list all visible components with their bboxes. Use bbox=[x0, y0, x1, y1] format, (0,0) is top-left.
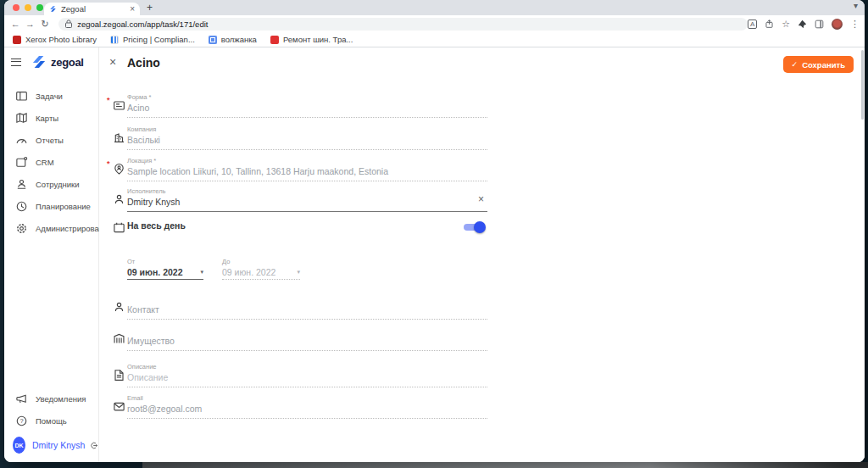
sidebar-item-planning[interactable]: Планирование bbox=[4, 195, 98, 217]
address-bar[interactable]: zegoal.zegoal.com/app/task/171/edit bbox=[58, 18, 748, 31]
window-zoom-button[interactable] bbox=[36, 4, 43, 11]
bookmark-favicon bbox=[270, 36, 279, 44]
email-envelope-icon bbox=[113, 400, 125, 413]
desktop-background: Zegoal × + ▾ ← → ↻ zegoal.zegoal.com/app… bbox=[0, 0, 868, 468]
field-label: От bbox=[127, 258, 203, 267]
date-from-value: 09 июн. 2022 bbox=[127, 267, 183, 277]
svg-text:?: ? bbox=[19, 417, 23, 425]
scrollbar-thumb[interactable] bbox=[861, 50, 864, 120]
sidebar-spacer bbox=[4, 239, 98, 387]
browser-menu-icon[interactable]: ⋮ bbox=[850, 20, 860, 29]
field-value: Dmitry Knysh bbox=[127, 197, 487, 208]
field-label: До bbox=[222, 258, 300, 267]
window-minimize-button[interactable] bbox=[25, 4, 31, 11]
save-button[interactable]: ✓ Сохранить bbox=[783, 56, 854, 73]
tab-close-icon[interactable]: × bbox=[130, 5, 135, 14]
side-panel-icon[interactable] bbox=[815, 20, 824, 29]
check-icon: ✓ bbox=[792, 60, 798, 69]
field-label: Компания bbox=[127, 125, 487, 135]
date-from-select[interactable]: От 09 июн. 2022 ▾ bbox=[127, 258, 203, 280]
field-form[interactable]: * Форма * Acino bbox=[113, 93, 487, 118]
caret-down-icon: ▾ bbox=[200, 269, 203, 276]
field-placeholder: Имущество bbox=[127, 336, 487, 347]
date-to-select[interactable]: До 09 июн. 2022 ▾ bbox=[222, 258, 300, 280]
employees-icon bbox=[15, 178, 28, 191]
bookmark-favicon bbox=[110, 36, 119, 44]
field-description[interactable]: Описание Описание bbox=[113, 363, 487, 387]
user-profile[interactable]: DK Dmitry Knysh bbox=[4, 432, 98, 459]
planning-icon bbox=[15, 200, 28, 213]
extension-pin-icon[interactable] bbox=[798, 20, 807, 29]
date-to-value: 09 июн. 2022 bbox=[222, 267, 275, 277]
field-label: Форма * bbox=[127, 93, 487, 103]
user-name: Dmitry Knysh bbox=[32, 440, 85, 450]
bookmark-item[interactable]: Ремонт шин. Тра... bbox=[270, 35, 353, 44]
field-dates: От 09 июн. 2022 ▾ До 09 июн. 2022 ▾ bbox=[113, 258, 487, 283]
save-button-label: Сохранить bbox=[802, 60, 845, 70]
field-label: Email bbox=[127, 394, 487, 404]
new-tab-button[interactable]: + bbox=[147, 2, 153, 14]
translate-icon[interactable]: A bbox=[748, 20, 757, 29]
notifications-megaphone-icon bbox=[15, 393, 28, 405]
sidebar-item-notifications[interactable]: Уведомления bbox=[4, 387, 98, 410]
field-contact[interactable]: Контакт bbox=[113, 304, 487, 320]
bookmarks-bar: Xerox Photo Library Pricing | Complian..… bbox=[4, 32, 865, 47]
zegoal-logo-icon bbox=[31, 55, 47, 69]
back-button[interactable]: ← bbox=[9, 19, 21, 29]
field-label: Описание bbox=[127, 363, 487, 372]
field-company[interactable]: Компания Васількі bbox=[113, 125, 487, 150]
tab-search-chevron-icon[interactable]: ▾ bbox=[854, 1, 858, 10]
sidebar-nav: Задачи Карты Отчеты bbox=[4, 85, 98, 239]
page-title: Acino bbox=[127, 56, 160, 70]
tasks-icon bbox=[15, 90, 28, 103]
field-location[interactable]: * Локация * Sample location Liikuri, 10,… bbox=[113, 157, 487, 181]
field-all-day: На весь день bbox=[113, 220, 487, 236]
browser-profile-avatar[interactable] bbox=[832, 19, 843, 30]
form-icon bbox=[113, 99, 125, 112]
location-pin-icon bbox=[113, 163, 125, 176]
zegoal-logo-text: zegoal bbox=[51, 56, 84, 69]
sidebar-item-reports[interactable]: Отчеты bbox=[4, 129, 98, 151]
zegoal-favicon bbox=[49, 5, 57, 13]
sidebar-item-employees[interactable]: Сотрудники bbox=[4, 173, 98, 195]
tab-title: Zegoal bbox=[61, 4, 130, 14]
sidebar-item-maps[interactable]: Карты bbox=[4, 107, 98, 129]
field-placeholder: Описание bbox=[127, 372, 487, 383]
desktop-dock-strip bbox=[142, 462, 868, 468]
tab-strip: Zegoal × + ▾ bbox=[4, 0, 865, 15]
field-email[interactable]: Email root8@zegoal.com bbox=[113, 394, 487, 419]
close-form-button[interactable]: × bbox=[109, 55, 116, 69]
required-asterisk: * bbox=[107, 96, 110, 104]
required-asterisk: * bbox=[107, 159, 110, 168]
browser-tab[interactable]: Zegoal × bbox=[44, 3, 140, 15]
forward-button[interactable]: → bbox=[24, 19, 36, 29]
window-close-button[interactable] bbox=[13, 4, 19, 11]
clear-assignee-button[interactable]: × bbox=[478, 193, 484, 205]
company-icon bbox=[113, 131, 125, 144]
sidebar-item-help[interactable]: ? Помощь bbox=[4, 410, 98, 432]
reload-button[interactable]: ↻ bbox=[39, 19, 51, 30]
field-property[interactable]: Имущество bbox=[113, 336, 487, 351]
bookmark-favicon bbox=[13, 36, 21, 44]
task-edit-form: × Acino ✓ Сохранить * Форма * Acino bbox=[99, 47, 865, 462]
share-icon[interactable] bbox=[765, 19, 774, 29]
sidebar-item-crm[interactable]: CRM bbox=[4, 151, 98, 173]
sidebar-item-tasks[interactable]: Задачи bbox=[4, 85, 98, 107]
field-label: Локация * bbox=[127, 157, 487, 166]
property-icon bbox=[113, 332, 125, 345]
bookmark-item[interactable]: волжанка bbox=[209, 35, 257, 44]
bookmark-item[interactable]: Pricing | Complian... bbox=[110, 35, 195, 44]
field-placeholder: Контакт bbox=[127, 304, 487, 315]
logout-icon[interactable] bbox=[90, 440, 98, 451]
all-day-label: На весь день bbox=[127, 220, 487, 231]
field-assignee[interactable]: Исполнитель Dmitry Knysh × bbox=[113, 187, 487, 212]
bookmark-star-icon[interactable]: ☆ bbox=[782, 20, 790, 29]
menu-toggle-button[interactable] bbox=[11, 58, 21, 66]
field-label: Исполнитель bbox=[127, 187, 487, 197]
help-icon: ? bbox=[15, 415, 28, 427]
bookmark-item[interactable]: Xerox Photo Library bbox=[13, 35, 97, 44]
all-day-toggle[interactable] bbox=[462, 221, 486, 233]
description-document-icon bbox=[113, 369, 125, 382]
user-avatar[interactable]: DK bbox=[13, 437, 25, 454]
sidebar-item-administration[interactable]: Администрирование bbox=[4, 217, 98, 239]
